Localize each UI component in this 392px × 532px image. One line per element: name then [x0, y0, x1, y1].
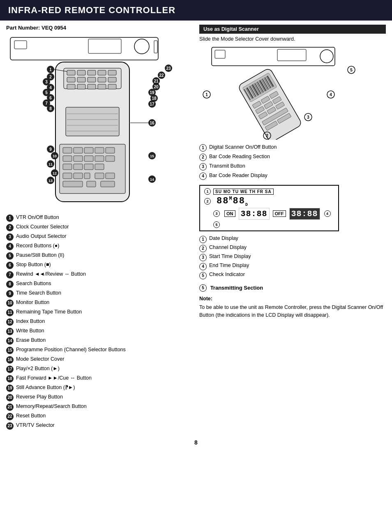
list-item: 2Clock Counter Selector	[6, 223, 195, 231]
list-item: 7Rewind ◄◄/Review ↔ Button	[6, 271, 195, 279]
svg-text:16: 16	[150, 121, 154, 125]
scanner-item-num: 2	[199, 154, 207, 161]
item-text: Clock Counter Selector	[16, 223, 69, 231]
list-item: 21Memory/Repeat/Search Button	[6, 403, 195, 411]
item-text: Remaining Tape Time Button	[16, 309, 82, 316]
off-label: OFF	[273, 210, 286, 217]
right-column: Use as Digital Scanner Slide the Mode Se…	[199, 25, 386, 431]
timer-item-text: Start Time Display	[209, 253, 251, 259]
item-text: Index Button	[16, 318, 45, 325]
svg-rect-46	[106, 173, 115, 179]
note-title: Note:	[199, 295, 386, 303]
list-item: 15Programme Position (Channel) Selector …	[6, 346, 195, 354]
item-num: 15	[6, 347, 14, 354]
timer-item-text: End Time Display	[209, 263, 249, 268]
scanner-list-item: 1Digital Scanner On/Off Button	[199, 144, 386, 152]
item-text: Search Buttons	[16, 280, 51, 288]
svg-text:4: 4	[49, 85, 52, 90]
timer-list-item: 3Start Time Display	[199, 253, 386, 261]
item-num: 19	[6, 385, 14, 392]
svg-rect-22	[66, 107, 119, 136]
item-num: 1	[6, 214, 14, 222]
list-item: 16Mode Selector Cover	[6, 356, 195, 364]
svg-rect-19	[88, 84, 96, 89]
svg-rect-4	[154, 41, 157, 53]
scanner-list-item: 4Bar Code Reader Display	[199, 172, 386, 180]
item-text: Reset Button	[16, 412, 46, 420]
timer-item-num: 5	[199, 272, 207, 279]
svg-text:1: 1	[205, 92, 208, 97]
item-text: VTR/TV Selector	[16, 422, 55, 429]
item-text: Pause/Still Button (II)	[16, 252, 64, 259]
on-label: ON	[224, 210, 235, 217]
list-item: 20Reverse Play Button	[6, 394, 195, 401]
svg-text:2: 2	[49, 75, 52, 79]
item-text: Still Advance Button (⁋►)	[16, 384, 75, 392]
svg-rect-36	[95, 156, 104, 161]
timer-list-item: 1Date Display	[199, 235, 386, 243]
item-num: 2	[6, 224, 14, 231]
svg-text:6: 6	[49, 96, 52, 100]
item-num: 18	[6, 375, 14, 382]
svg-rect-38	[63, 164, 72, 170]
svg-point-3	[134, 39, 149, 54]
item-num: 3	[6, 233, 14, 241]
list-item: 1VTR On/Off Button	[6, 214, 195, 222]
list-item: 18Fast Forward ►►/Cue ↔ Button	[6, 375, 195, 382]
svg-text:22: 22	[159, 73, 164, 78]
svg-text:2: 2	[266, 134, 268, 138]
timer-item-text: Check Indicator	[209, 272, 245, 277]
scanner-list-item: 2Bar Code Reading Section	[199, 153, 386, 161]
item-text: Programme Position (Channel) Selector Bu…	[16, 346, 126, 354]
remote-diagram: 1 2 3 4 5 6 7 8	[6, 33, 179, 210]
item-num: 9	[6, 290, 14, 297]
svg-rect-32	[106, 147, 115, 153]
item-num: 4	[6, 243, 14, 250]
svg-text:17: 17	[150, 102, 154, 106]
svg-rect-41	[95, 164, 104, 170]
timer-label-2: 2	[204, 198, 211, 205]
svg-text:23: 23	[166, 66, 171, 71]
part-number: Part Number: VEQ 0954	[6, 25, 195, 31]
timer-item-num: 2	[199, 245, 207, 252]
svg-rect-10	[98, 70, 106, 75]
timer-inner: 1 SU MO TU WE TH FR SA 2 88M88D 3 ON 38:…	[204, 188, 334, 228]
svg-text:19: 19	[150, 90, 154, 95]
svg-text:13: 13	[48, 179, 53, 183]
list-item: 11Remaining Tape Time Button	[6, 309, 195, 316]
svg-text:5: 5	[45, 90, 48, 95]
left-column: Part Number: VEQ 0954	[6, 25, 195, 431]
item-text: Record Buttons (●)	[16, 242, 60, 250]
svg-text:21: 21	[154, 79, 159, 83]
svg-rect-48	[87, 181, 96, 187]
item-num: 13	[6, 328, 14, 335]
item-num: 22	[6, 413, 14, 420]
list-item: 8Search Buttons	[6, 280, 195, 288]
scanner-svg: 1 2 3 4 5	[199, 45, 355, 140]
scanner-item-text: Bar Code Reading Section	[209, 153, 270, 161]
svg-rect-40	[84, 164, 93, 170]
list-item: 6Stop Button (■)	[6, 261, 195, 269]
page-number: 8	[0, 435, 392, 450]
timer-days: SU MO TU WE TH FR SA	[213, 189, 274, 195]
timer-row-2: 2 88M88D	[204, 196, 334, 207]
svg-rect-16	[108, 77, 116, 82]
list-item: 10Monitor Button	[6, 299, 195, 307]
svg-text:3: 3	[45, 80, 48, 84]
svg-text:10: 10	[53, 154, 57, 158]
item-text: Erase Button	[16, 337, 46, 344]
timer-label-1: 1	[204, 188, 211, 195]
svg-rect-99	[215, 50, 225, 58]
svg-rect-49	[101, 181, 115, 187]
list-item: 14Erase Button	[6, 337, 195, 345]
item-num: 14	[6, 337, 14, 345]
item-num: 21	[6, 403, 14, 411]
svg-text:9: 9	[49, 147, 52, 152]
item-num: 5	[6, 252, 14, 260]
scanner-items-list: 1Digital Scanner On/Off Button2Bar Code …	[199, 144, 386, 180]
item-text: Play/×2 Button (►)	[16, 365, 60, 373]
svg-rect-21	[108, 84, 116, 89]
svg-text:3: 3	[307, 115, 309, 120]
svg-rect-20	[98, 84, 106, 89]
svg-rect-11	[108, 70, 116, 75]
